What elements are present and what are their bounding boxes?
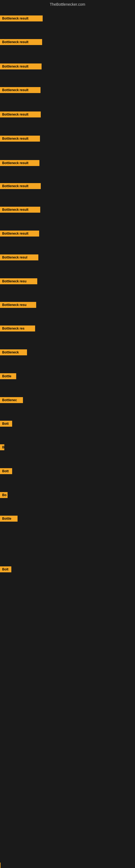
bottleneck-badge-4[interactable]: Bottleneck result [0,87,41,93]
bottleneck-badge-18[interactable]: Bott [0,421,12,427]
bottleneck-badge-2[interactable]: Bottleneck result [0,39,42,45]
bottleneck-badge-22[interactable]: Bottle [0,516,17,522]
bottleneck-badge-5[interactable]: Bottleneck result [0,112,41,118]
bottleneck-badge-21[interactable]: Bo [0,492,8,498]
bottleneck-badge-14[interactable]: Bottleneck res [0,326,35,332]
bottleneck-badge-6[interactable]: Bottleneck result [0,135,40,142]
bottom-marker [0,863,1,868]
bottleneck-badge-1[interactable]: Bottleneck result [0,16,43,22]
bottleneck-badge-13[interactable]: Bottleneck resu [0,302,36,308]
bottleneck-badge-16[interactable]: Bottle [0,373,16,379]
bottleneck-badge-19[interactable]: B [0,444,4,450]
bottleneck-badge-11[interactable]: Bottleneck resul [0,254,38,260]
bottleneck-badge-3[interactable]: Bottleneck result [0,63,42,69]
bottleneck-badge-17[interactable]: Bottlenec [0,397,23,403]
bottleneck-badge-10[interactable]: Bottleneck result [0,230,39,237]
bottleneck-badge-8[interactable]: Bottleneck result [0,183,41,189]
bottleneck-badge-12[interactable]: Bottleneck resu [0,278,37,284]
bottleneck-badge-23[interactable]: Bolt [0,566,11,572]
bottleneck-badge-7[interactable]: Bottleneck result [0,160,39,166]
bottleneck-badge-15[interactable]: Bottleneck [0,349,27,355]
bottleneck-badge-20[interactable]: Bott [0,468,12,474]
bottleneck-badge-9[interactable]: Bottleneck result [0,207,40,213]
